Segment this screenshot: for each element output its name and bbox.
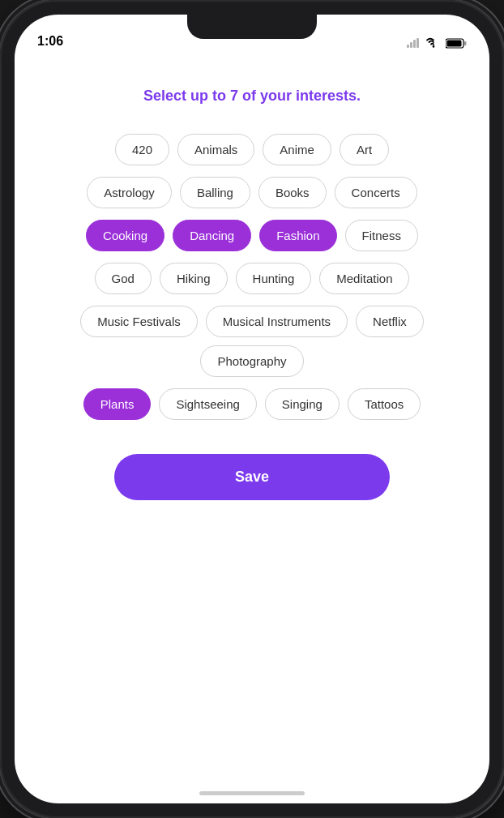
signal-icon — [407, 38, 421, 48]
chip-god[interactable]: God — [95, 263, 152, 294]
chip-dancing[interactable]: Dancing — [173, 220, 251, 251]
chip-fitness[interactable]: Fitness — [345, 220, 418, 251]
svg-rect-2 — [413, 40, 416, 48]
status-icons — [407, 37, 467, 49]
chip-netflix[interactable]: Netflix — [356, 306, 424, 337]
home-indicator — [199, 791, 305, 795]
chip-tattoos[interactable]: Tattoos — [348, 388, 421, 420]
interest-row-4: Music FestivalsMusical InstrumentsNetfli… — [31, 306, 473, 377]
svg-rect-0 — [407, 45, 409, 48]
chip-420[interactable]: 420 — [115, 134, 169, 165]
chip-animals[interactable]: Animals — [177, 134, 254, 165]
save-button[interactable]: Save — [114, 454, 390, 500]
svg-rect-1 — [410, 42, 412, 48]
interest-row-5: PlantsSightseeingSingingTattoos — [83, 388, 421, 420]
chip-plants[interactable]: Plants — [83, 388, 152, 420]
chip-concerts[interactable]: Concerts — [335, 177, 417, 208]
interests-container: 420AnimalsAnimeArtAstrologyBallingBooksC… — [31, 134, 473, 420]
chip-art[interactable]: Art — [340, 134, 389, 165]
wifi-icon — [426, 37, 441, 49]
chip-cooking[interactable]: Cooking — [86, 220, 164, 251]
svg-rect-3 — [416, 38, 419, 48]
chip-sightseeing[interactable]: Sightseeing — [159, 388, 256, 420]
chip-anime[interactable]: Anime — [263, 134, 331, 165]
phone-screen: 1:06 — [15, 15, 489, 803]
interest-row-2: CookingDancingFashionFitness — [86, 220, 418, 251]
chip-music-festivals[interactable]: Music Festivals — [80, 306, 198, 337]
svg-rect-6 — [464, 41, 467, 45]
content-area: Select up to 7 of your interests. 420Ani… — [15, 55, 489, 803]
chip-meditation[interactable]: Meditation — [319, 263, 409, 294]
chip-hiking[interactable]: Hiking — [160, 263, 228, 294]
status-time: 1:06 — [37, 34, 63, 49]
phone-frame: 1:06 — [0, 0, 504, 818]
interest-row-1: AstrologyBallingBooksConcerts — [87, 177, 416, 208]
battery-icon — [446, 38, 467, 49]
interest-row-0: 420AnimalsAnimeArt — [115, 134, 389, 165]
chip-photography[interactable]: Photography — [200, 345, 303, 377]
chip-books[interactable]: Books — [258, 177, 327, 208]
interest-row-3: GodHikingHuntingMeditation — [95, 263, 410, 294]
chip-balling[interactable]: Balling — [180, 177, 250, 208]
chip-musical-instruments[interactable]: Musical Instruments — [206, 306, 348, 337]
svg-rect-7 — [447, 40, 462, 46]
notch — [187, 15, 317, 39]
chip-hunting[interactable]: Hunting — [236, 263, 312, 294]
chip-astrology[interactable]: Astrology — [87, 177, 172, 208]
chip-fashion[interactable]: Fashion — [259, 220, 336, 251]
svg-point-4 — [433, 45, 434, 47]
chip-singing[interactable]: Singing — [265, 388, 340, 420]
page-title: Select up to 7 of your interests. — [143, 88, 361, 105]
